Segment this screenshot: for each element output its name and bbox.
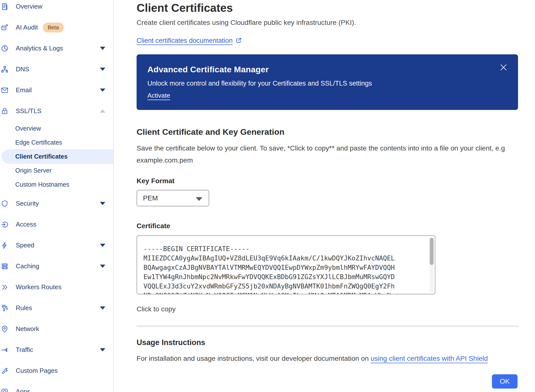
- sidebar-item-label: Caching: [16, 262, 39, 270]
- apps-icon: [0, 388, 9, 392]
- activate-link[interactable]: Activate: [147, 92, 170, 99]
- sidebar-item-label: Workers Routes: [16, 283, 62, 291]
- sidebar-item-label: DNS: [16, 65, 29, 73]
- sidebar-subitem-custom-hostnames[interactable]: Custom Hostnames: [0, 178, 113, 192]
- sidebar-subitem-overview[interactable]: Overview: [0, 121, 113, 136]
- sidebar-item-label: Traffic: [16, 346, 33, 354]
- certificate-textarea[interactable]: -----BEGIN CERTIFICATE----- MIIEZDCCA0yg…: [137, 235, 435, 294]
- sidebar-item-label: Rules: [16, 304, 32, 312]
- rules-icon: [0, 304, 9, 312]
- sidebar-subitem-label: Custom Hostnames: [15, 181, 69, 188]
- access-icon: [0, 220, 9, 229]
- sidebar-item-label: Speed: [16, 241, 34, 249]
- usage-instructions-heading: Usage Instructions: [137, 338, 518, 347]
- usage-instructions-text: For installation and usage instructions,…: [137, 352, 518, 365]
- workers-routes-icon: [0, 283, 9, 291]
- page-title: Client Certificates: [137, 0, 518, 14]
- chevron-down-icon: [100, 244, 105, 247]
- banner-title: Advanced Certificate Manager: [147, 65, 507, 74]
- main-content: Client Certificates Create client certif…: [137, 0, 518, 365]
- ok-button[interactable]: OK: [492, 374, 518, 389]
- api-shield-docs-link[interactable]: using client certificates with API Shiel…: [371, 355, 488, 362]
- sidebar-item-access[interactable]: Access: [0, 214, 113, 235]
- section-divider: [137, 326, 519, 326]
- speed-icon: [0, 241, 9, 250]
- chevron-down-icon: [100, 306, 105, 310]
- sidebar-subitem-label: Origin Server: [15, 167, 51, 174]
- key-format-label: Key Format: [137, 177, 518, 185]
- select-caret-icon: [196, 197, 202, 201]
- custom-pages-icon: [0, 367, 9, 375]
- doc-link-row: Client certificates documentation: [137, 37, 518, 45]
- certificate-text: -----BEGIN CERTIFICATE----- MIIEZDCCA0yg…: [137, 236, 435, 294]
- sidebar-item-traffic[interactable]: Traffic: [0, 339, 113, 360]
- sidebar-item-workers-routes[interactable]: Workers Routes: [0, 277, 113, 298]
- key-format-value: PEM: [143, 194, 158, 202]
- sidebar-subitem-label: Client Certificates: [15, 153, 68, 160]
- dns-icon: [0, 65, 9, 74]
- sidebar-nav: Overview AI Audit Beta Analytics & Logs …: [0, 0, 113, 392]
- chevron-up-icon: [100, 109, 105, 113]
- certificate-label: Certificate: [137, 222, 518, 230]
- sidebar-item-email[interactable]: Email: [0, 80, 113, 101]
- chevron-down-icon: [100, 265, 105, 268]
- sidebar-item-label: Security: [16, 200, 39, 207]
- banner-close-button[interactable]: [498, 62, 509, 73]
- sidebar-item-ssl-tls[interactable]: SSL/TLS: [0, 101, 113, 121]
- sidebar-item-security[interactable]: Security: [0, 193, 113, 214]
- sidebar-item-dns[interactable]: DNS: [0, 59, 113, 80]
- chevron-down-icon: [100, 202, 105, 205]
- ssl-icon: [0, 107, 9, 115]
- network-icon: [0, 325, 9, 333]
- sidebar-item-label: Custom Pages: [16, 367, 58, 375]
- chevron-down-icon: [100, 89, 105, 92]
- generation-section-heading: Client Certificate and Key Generation: [137, 127, 518, 137]
- usage-text-before-link: For installation and usage instructions,…: [137, 355, 371, 362]
- email-icon: [0, 86, 9, 94]
- banner-body: Unlock more control and flexibility for …: [147, 80, 507, 87]
- chevron-down-icon: [100, 47, 105, 50]
- sidebar-subitem-origin-server[interactable]: Origin Server: [0, 164, 113, 178]
- overview-icon: [0, 2, 9, 11]
- external-link-icon: [236, 37, 242, 45]
- security-icon: [0, 199, 9, 208]
- sidebar-item-caching[interactable]: Caching: [0, 256, 113, 277]
- beta-badge: Beta: [43, 23, 64, 32]
- page-subtitle: Create client certificates using Cloudfl…: [137, 19, 518, 27]
- sidebar-item-label: Access: [16, 221, 36, 228]
- chevron-down-icon: [100, 68, 105, 71]
- sidebar-item-label: Email: [16, 86, 32, 94]
- sidebar-item-analytics-logs[interactable]: Analytics & Logs: [0, 38, 113, 59]
- traffic-icon: [0, 346, 9, 354]
- sidebar-item-network[interactable]: Network: [0, 318, 113, 339]
- sidebar-subitem-label: Overview: [15, 125, 41, 132]
- caching-icon: [0, 262, 9, 271]
- sidebar-item-label: Network: [16, 325, 39, 333]
- click-to-copy-hint: Click to copy: [137, 305, 518, 313]
- ai-audit-icon: [0, 23, 9, 32]
- key-format-select[interactable]: PEM: [137, 190, 209, 206]
- sidebar-subitem-edge-certificates[interactable]: Edge Certificates: [0, 136, 113, 150]
- sidebar-item-label: Analytics & Logs: [16, 45, 63, 52]
- sidebar: Overview AI Audit Beta Analytics & Logs …: [0, 0, 114, 392]
- sidebar-item-label: Overview: [16, 3, 42, 10]
- sidebar-item-apps[interactable]: Apps: [0, 381, 113, 392]
- sidebar-item-overview[interactable]: Overview: [0, 0, 113, 17]
- client-certificates-page: Overview AI Audit Beta Analytics & Logs …: [0, 0, 535, 392]
- sidebar-item-label: AI Audit: [16, 24, 38, 31]
- generation-description: Save the certificate below to your clien…: [137, 142, 513, 166]
- sidebar-subitem-client-certificates[interactable]: Client Certificates: [2, 150, 113, 164]
- sidebar-item-rules[interactable]: Rules: [0, 298, 113, 318]
- sidebar-item-custom-pages[interactable]: Custom Pages: [0, 360, 113, 381]
- advanced-certificate-manager-banner: Advanced Certificate Manager Unlock more…: [137, 54, 518, 110]
- sidebar-item-label: Apps: [16, 388, 30, 392]
- certificate-scrollbar-thumb[interactable]: [430, 238, 434, 265]
- analytics-icon: [0, 44, 9, 53]
- client-certificates-documentation-link[interactable]: Client certificates documentation: [137, 37, 233, 45]
- close-icon: [498, 70, 509, 74]
- sidebar-item-ai-audit[interactable]: AI Audit Beta: [0, 17, 113, 38]
- sidebar-item-speed[interactable]: Speed: [0, 235, 113, 256]
- sidebar-item-label: SSL/TLS: [16, 107, 41, 115]
- chevron-down-icon: [100, 348, 105, 351]
- certificate-scrollbar[interactable]: [430, 237, 434, 292]
